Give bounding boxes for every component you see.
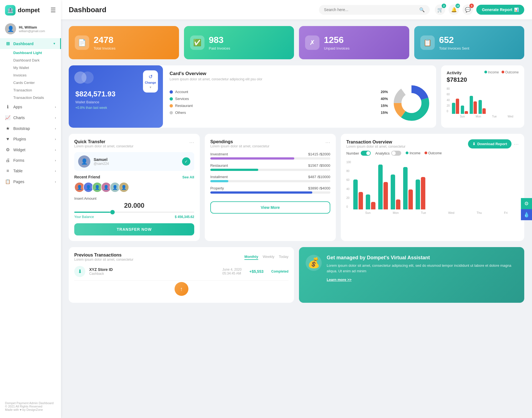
theme-float-button[interactable]: 💧 (521, 209, 532, 220)
user-name: Hi, William (19, 25, 45, 29)
chevron-right-icon5: › (55, 148, 56, 152)
sidebar-item-pages[interactable]: 📋 Pages › (0, 176, 61, 187)
more-options-icon[interactable]: ⋯ (189, 139, 194, 145)
hamburger-menu[interactable]: ☰ (50, 7, 56, 14)
float-buttons: ⚙ 💧 (521, 198, 532, 220)
sidebar-item-widget[interactable]: ⚙ Widget › (0, 144, 61, 155)
quick-transfer-header: Quick Transfer Lorem ipsum dolor sit ame… (74, 139, 194, 148)
sidebar-item-table[interactable]: ≡ Table › (0, 166, 61, 176)
spending-investment-label: Investment (210, 152, 228, 156)
dashboard-subnav: Dashboard Light Dashboard Dark My Wallet… (0, 49, 61, 101)
toggle-row: Number Analytics Income Outcome (346, 151, 519, 156)
account-label: Account (175, 90, 381, 94)
sidebar-label-charts: Charts (13, 116, 25, 120)
subnav-dashboard-dark[interactable]: Dashboard Dark (13, 57, 61, 64)
bar-mon-income (461, 106, 464, 114)
tx-bar-fri-income (416, 179, 420, 209)
sidebar-label-dashboard: Dashboard (13, 42, 34, 46)
number-toggle[interactable] (361, 151, 371, 156)
search-input[interactable] (324, 7, 417, 12)
chat-icon-wrap[interactable]: 💬 5 (462, 4, 473, 15)
tx-bar-wed-income (391, 175, 395, 209)
stat-info-unpaid: 1256 Unpaid Invoices (324, 35, 350, 50)
subnav-my-wallet[interactable]: My Wallet (13, 64, 61, 71)
change-button[interactable]: ↺ Change ▾ (143, 70, 158, 93)
dashboard-icon: ⊞ (5, 41, 11, 46)
tx-title: Transaction Overview (346, 140, 405, 145)
activity-amount: $78120 (447, 76, 519, 83)
charts-icon: 📈 (5, 115, 11, 120)
spending-property-amount: $3890 /$4000 (308, 186, 330, 190)
restaurant-dot (170, 104, 173, 107)
chevron-right-icon8: › (55, 180, 56, 183)
spendings-more-icon[interactable]: ⋯ (325, 139, 330, 145)
income-dot (484, 71, 487, 73)
footer-copy: © 2021 All Rights Reserved (5, 405, 56, 408)
page-title: Dashboard (69, 6, 106, 14)
tx-date: June 4, 2020 05:34:45 AM (222, 268, 242, 275)
stat-card-total-invoices: 📄 2478 Total Invoices (69, 26, 179, 59)
subnav-dashboard-light[interactable]: Dashboard Light (13, 49, 61, 57)
unpaid-invoices-value: 1256 (324, 35, 350, 45)
tx-bar-mon-income (366, 194, 370, 209)
card-ov-subtitle: Lorem ipsum dolor sit amet, consectetur … (170, 77, 429, 81)
tx-date-val: June 4, 2020 (222, 268, 242, 271)
number-label: Number (346, 151, 359, 155)
recent-friends-header: Recent Friend See All (74, 175, 194, 179)
sidebar-item-plugins[interactable]: ♥ Plugins › (0, 134, 61, 144)
va-title: Get managed by Dompet's Virtual Assistan… (327, 255, 518, 261)
card-ov-body: Card's Overview Lorem ipsum dolor sit am… (163, 65, 436, 128)
tab-today[interactable]: Today (279, 255, 288, 260)
tab-weekly[interactable]: Weekly (263, 255, 274, 260)
sidebar-item-bootstrap[interactable]: ★ Bootstrap › (0, 123, 61, 134)
header: Dashboard 🔍 🛒 2 🔔 12 💬 5 Generate Report… (61, 0, 532, 19)
download-report-button[interactable]: ⬇ Download Report (468, 139, 511, 148)
amount-slider[interactable] (74, 212, 194, 213)
stat-card-sent-invoices: 📋 652 Total Invoices Sent (414, 26, 525, 59)
sidebar-item-dashboard[interactable]: ⊞ Dashboard ▾ (0, 38, 61, 49)
subnav-transaction[interactable]: Transaction (13, 86, 61, 94)
view-more-button[interactable]: View More (210, 201, 330, 214)
transfer-now-button[interactable]: TRANSFER NOW (74, 223, 194, 235)
check-icon: ✓ (182, 157, 190, 166)
sidebar-label-pages: Pages (13, 179, 24, 184)
account-pct: 20% (381, 90, 388, 94)
sidebar-item-apps[interactable]: ℹ Apps › (0, 101, 61, 112)
bar-sun-income (452, 103, 455, 114)
subnav-invoices[interactable]: Invoices (13, 71, 61, 79)
chat-badge: 5 (469, 4, 474, 8)
tx-income-dot (406, 152, 408, 154)
wallet-growth: +0.8% than last week (75, 106, 156, 110)
main-content: Dashboard 🔍 🛒 2 🔔 12 💬 5 Generate Report… (61, 0, 532, 418)
see-all-link[interactable]: See All (182, 175, 194, 179)
legend-others: Others 15% (170, 111, 388, 115)
bell-icon-wrap[interactable]: 🔔 12 (449, 4, 459, 15)
tx-header: Transaction Overview Lorem ipsum dolor s… (346, 139, 519, 148)
sidebar-label-bootstrap: Bootstrap (13, 126, 30, 131)
tx-name: XYZ Store ID (89, 267, 113, 272)
analytics-toggle[interactable] (391, 151, 401, 156)
sidebar-label-apps: Apps (13, 105, 22, 109)
tx-overview-panel: Transaction Overview Lorem ipsum dolor s… (341, 134, 524, 241)
tx-income-label: Income (410, 151, 420, 155)
subnav-cards-center[interactable]: Cards Center (13, 79, 61, 86)
tx-bar-mon-outcome (371, 202, 375, 209)
prev-tx-title: Previous Transactions (74, 253, 133, 258)
balance-row: Your Balance $ 456,345.62 (74, 215, 194, 219)
sidebar-item-forms[interactable]: 🖨 Forms › (0, 155, 61, 166)
va-icon: 💰 (306, 255, 322, 271)
spending-property-header: Property $3890 /$4000 (210, 186, 330, 190)
cart-icon-wrap[interactable]: 🛒 2 (435, 4, 445, 15)
settings-float-button[interactable]: ⚙ (521, 198, 532, 209)
tab-monthly[interactable]: Monthly (244, 255, 258, 260)
legend-services: Services 40% (170, 97, 388, 101)
subnav-transaction-details[interactable]: Transaction Details (13, 94, 61, 101)
logo-text: dompet (18, 7, 40, 14)
activity-title: Activity (447, 70, 462, 75)
slider-fill (74, 212, 110, 213)
va-learn-more-link[interactable]: Learn more >> (327, 278, 352, 282)
tx-more-icon[interactable]: ⋯ (514, 141, 519, 147)
sidebar-item-charts[interactable]: 📈 Charts › (0, 112, 61, 123)
generate-report-button[interactable]: Generate Report 📊 (476, 5, 524, 15)
spending-restaurant-bar-bg (210, 169, 330, 171)
